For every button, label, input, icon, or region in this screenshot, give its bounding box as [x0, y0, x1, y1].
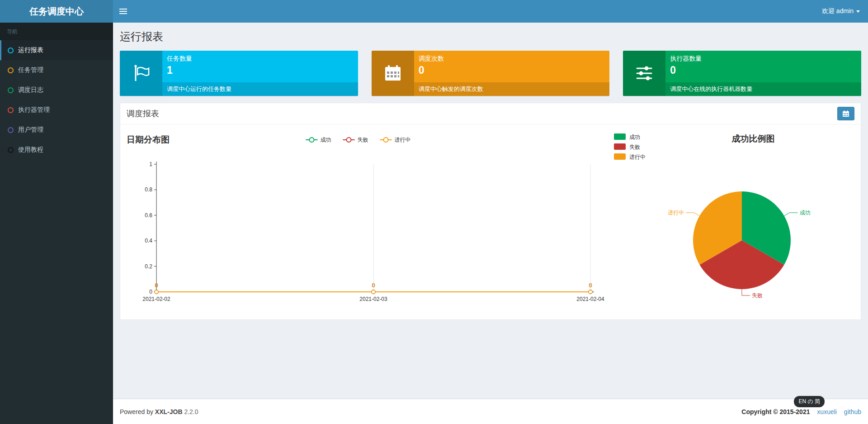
sidebar-item-help[interactable]: 使用教程: [0, 140, 113, 160]
svg-text:0: 0: [149, 289, 152, 295]
sidebar-toggle-button[interactable]: [113, 0, 133, 23]
circle-icon: [8, 67, 14, 73]
info-box-description: 调度中心触发的调度次数: [414, 82, 610, 96]
svg-text:0: 0: [372, 282, 375, 289]
svg-text:进行中: 进行中: [629, 154, 646, 160]
date-range-picker-button[interactable]: [837, 107, 854, 120]
top-navbar: 欢迎 admin: [113, 0, 868, 23]
calendar-icon: [372, 51, 414, 96]
content-area: 运行报表 任务数量 1 调度中心运行的任务数量: [113, 23, 868, 399]
svg-text:0.2: 0.2: [145, 263, 152, 270]
sidebar-item-label: 调度日志: [18, 86, 43, 94]
brand-name: XXL-JOB: [155, 408, 183, 415]
footer-powered-by: Powered by XXL-JOB 2.2.0: [120, 408, 198, 415]
info-box-value: 0: [670, 64, 857, 76]
calendar-icon: [842, 110, 849, 117]
svg-text:0: 0: [589, 282, 592, 289]
panel-header: 调度报表: [120, 103, 861, 124]
copyright-text: Copyright © 2015-2021: [741, 408, 810, 415]
svg-text:日期分布图: 日期分布图: [127, 135, 170, 144]
svg-text:0.4: 0.4: [145, 238, 152, 244]
link-xuxueli[interactable]: xuxueli: [817, 408, 837, 415]
user-dropdown[interactable]: 欢迎 admin: [814, 0, 868, 23]
sidebar-item-job-log[interactable]: 调度日志: [0, 80, 113, 100]
info-box-label: 任务数量: [167, 55, 354, 63]
svg-text:2021-02-02: 2021-02-02: [142, 296, 170, 302]
svg-text:0.6: 0.6: [145, 212, 152, 219]
info-box-label: 执行器数量: [670, 55, 857, 63]
svg-text:失败: 失败: [629, 144, 640, 150]
dispatch-report-panel: 调度报表 日期分布图成功失败进行中00.20.40.60.812021-02-0…: [120, 103, 861, 320]
sidebar-item-label: 运行报表: [18, 46, 43, 54]
svg-text:失败: 失败: [752, 292, 763, 299]
link-github[interactable]: github: [844, 408, 861, 415]
svg-text:成功: 成功: [800, 210, 811, 216]
sidebar-item-label: 用户管理: [18, 126, 43, 134]
circle-icon: [8, 107, 14, 113]
sliders-icon: [623, 51, 665, 96]
svg-text:进行中: 进行中: [395, 137, 411, 143]
panel-body: 日期分布图成功失败进行中00.20.40.60.812021-02-022021…: [120, 124, 861, 319]
sidebar: 导航 运行报表 任务管理 调度日志 执行器管理 用户管理 使用教程: [0, 23, 113, 424]
app-logo-title: 任务调度中心: [29, 5, 84, 18]
info-box-description: 调度中心运行的任务数量: [162, 82, 358, 96]
sidebar-item-label: 任务管理: [18, 66, 43, 74]
date-distribution-chart: 日期分布图成功失败进行中00.20.40.60.812021-02-022021…: [120, 128, 609, 313]
sidebar-item-label: 使用教程: [18, 146, 43, 154]
svg-text:成功: 成功: [321, 137, 331, 143]
welcome-text: 欢迎 admin: [822, 7, 854, 15]
info-box-description: 调度中心在线的执行器机器数量: [665, 82, 861, 96]
footer: Powered by XXL-JOB 2.2.0 Copyright © 201…: [113, 399, 868, 424]
footer-copyright: Copyright © 2015-2021 xuxueli github: [741, 408, 861, 415]
info-box-value: 1: [167, 64, 354, 76]
info-box-job-count: 任务数量 1 调度中心运行的任务数量: [120, 51, 358, 96]
info-box-label: 调度次数: [419, 55, 605, 63]
sidebar-item-user-manage[interactable]: 用户管理: [0, 120, 113, 140]
circle-icon: [8, 127, 14, 133]
hamburger-icon: [119, 9, 127, 10]
circle-icon: [8, 147, 14, 153]
sidebar-item-run-report[interactable]: 运行报表: [0, 40, 113, 60]
svg-text:1: 1: [149, 161, 152, 167]
flag-icon: [120, 51, 162, 96]
svg-text:进行中: 进行中: [668, 210, 684, 216]
panel-title: 调度报表: [127, 108, 159, 119]
sidebar-nav-label: 导航: [0, 23, 113, 40]
svg-text:失败: 失败: [358, 137, 368, 143]
info-box-row: 任务数量 1 调度中心运行的任务数量: [113, 51, 868, 96]
svg-text:2021-02-04: 2021-02-04: [576, 296, 604, 302]
info-box-value: 0: [419, 64, 605, 76]
info-box-executor-count: 执行器数量 0 调度中心在线的执行器机器数量: [623, 51, 861, 96]
page-title: 运行报表: [113, 23, 868, 51]
sidebar-item-executor-manage[interactable]: 执行器管理: [0, 100, 113, 120]
info-box-trigger-count: 调度次数 0 调度中心触发的调度次数: [372, 51, 610, 96]
svg-text:成功比例图: 成功比例图: [731, 134, 775, 143]
sidebar-item-job-manage[interactable]: 任务管理: [0, 60, 113, 80]
circle-icon: [8, 48, 14, 53]
circle-icon: [8, 87, 14, 93]
svg-text:2021-02-03: 2021-02-03: [359, 296, 387, 302]
success-ratio-chart: 成功失败进行中成功比例图成功失败进行中: [609, 128, 861, 313]
translate-extension-badge[interactable]: EN の 简: [794, 396, 825, 407]
chevron-down-icon: [856, 10, 860, 13]
sidebar-item-label: 执行器管理: [18, 106, 50, 114]
app-logo[interactable]: 任务调度中心: [0, 0, 113, 23]
version-number: 2.2.0: [184, 408, 198, 415]
svg-text:成功: 成功: [629, 134, 640, 140]
svg-text:0: 0: [155, 282, 158, 289]
svg-text:0.8: 0.8: [145, 186, 152, 193]
